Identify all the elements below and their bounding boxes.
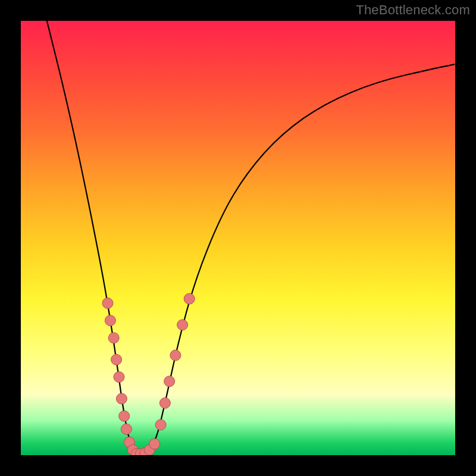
highlight-dot [177, 320, 188, 330]
highlight-dot [159, 397, 170, 408]
v-curve-line [47, 21, 455, 455]
highlight-dot [108, 333, 119, 343]
highlight-dot [114, 372, 124, 383]
highlight-dot [119, 411, 130, 421]
highlight-dot [116, 393, 127, 404]
highlight-dot [121, 424, 131, 434]
highlight-dots-group [102, 293, 195, 455]
highlight-dot [111, 354, 122, 365]
highlight-dot [149, 439, 160, 449]
highlight-dot [155, 419, 166, 430]
highlight-dot [170, 350, 181, 361]
plot-area [21, 21, 455, 455]
chart-svg [21, 21, 455, 455]
highlight-dot [184, 293, 195, 304]
chart-frame: TheBottleneck.com [0, 0, 476, 476]
watermark-text: TheBottleneck.com [356, 2, 470, 18]
highlight-dot [164, 376, 175, 387]
highlight-dot [105, 315, 115, 326]
highlight-dot [102, 298, 113, 309]
